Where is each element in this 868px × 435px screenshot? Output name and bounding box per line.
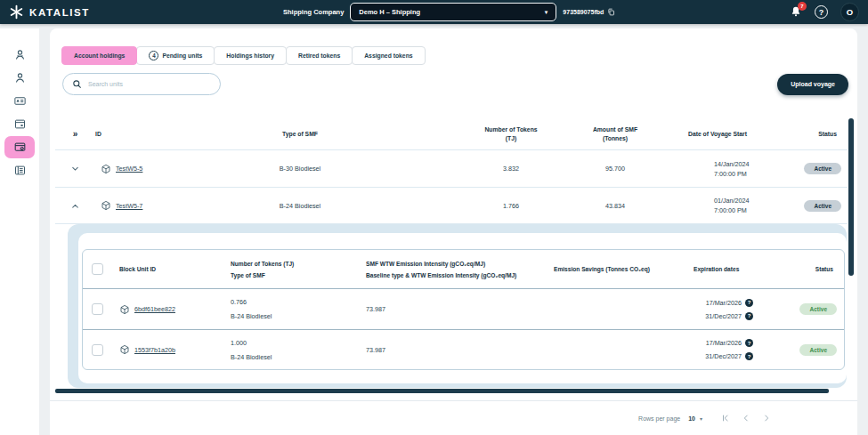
sidebar-item-reports[interactable] <box>4 159 35 181</box>
top-bar: KATALIST Shipping Company Demo H – Shipp… <box>0 0 868 24</box>
subcol-emission-intensity: SMF WTW Emission Intensity (gCO₂eq/MJ) B… <box>357 260 544 279</box>
date-cell: 01/Jan/2024 7:00:00 PM <box>668 197 767 214</box>
col-header-tokens: Number of Tokens (TJ) <box>459 125 563 142</box>
info-icon[interactable]: ? <box>745 352 753 360</box>
copy-icon[interactable] <box>607 8 615 16</box>
expand-row-button[interactable] <box>55 164 95 173</box>
rows-per-page-label: Rows per page <box>638 415 680 422</box>
top-bar-actions: 7 ? O <box>790 3 859 21</box>
intensity-cell: 73.987 <box>357 346 544 354</box>
info-icon[interactable]: ? <box>745 312 753 320</box>
wallet-address: 973589075fbd <box>563 8 615 16</box>
expand-all-icon[interactable]: » <box>55 129 95 139</box>
status-badge: Active <box>804 200 841 212</box>
voyage-id-link[interactable]: TestW5-7 <box>116 202 142 210</box>
chevron-down-icon: ▾ <box>545 9 548 16</box>
status-badge: Active <box>799 303 837 315</box>
col-header-date: Date of Voyage Start <box>668 130 767 138</box>
col-header-status: Status <box>767 130 848 138</box>
help-button[interactable]: ? <box>815 5 828 19</box>
subcol-emission-savings: Emission Savings (Tonnes CO₂eq) <box>544 265 660 273</box>
cube-icon <box>101 164 111 174</box>
subcol-expiration-dates: Expiration dates <box>660 265 767 273</box>
subcol-block-unit-id: Block Unit ID <box>112 265 223 273</box>
rows-per-page-select[interactable]: 10 ▾ <box>688 415 702 422</box>
subcol-status: Status <box>767 265 844 273</box>
avatar-letter: O <box>847 7 853 17</box>
search-input[interactable] <box>88 81 211 87</box>
next-page-button[interactable] <box>762 414 771 423</box>
expiration-cell: 17/Mar/2026? 31/Dec/2027? <box>660 339 767 360</box>
tokens-type-cell: 0.766 B-24 Biodiesel <box>223 298 357 320</box>
date-cell: 14/Jan/2024 7:00:00 PM <box>668 160 767 178</box>
type-cell: B-24 Biodiesel <box>233 202 367 210</box>
notification-badge: 7 <box>798 2 807 11</box>
subtable-header-row: Block Unit ID Number of Tokens (TJ) Type… <box>83 250 844 289</box>
main-panel: Account holdings 4 Pending units Holding… <box>50 28 857 435</box>
collapse-row-button[interactable] <box>55 201 95 211</box>
cube-icon <box>119 304 130 315</box>
select-all-checkbox[interactable] <box>92 263 103 275</box>
pagination-nav <box>721 414 771 423</box>
vertical-scrollbar[interactable] <box>848 118 854 276</box>
sidebar-item-credentials[interactable] <box>4 90 35 112</box>
notifications-button[interactable]: 7 <box>790 5 802 19</box>
block-unit-row: 6bdf61bee822 0.766 B-24 Biodiesel 73.987… <box>83 289 844 329</box>
sidebar-item-agents[interactable] <box>4 44 35 66</box>
table-footer: Rows per page 10 ▾ <box>50 400 857 435</box>
block-unit-id-link[interactable]: 1553f7b1a20b <box>134 346 175 354</box>
table-row: TestW5-5 B-30 Biodiesel 3.832 95.700 14/… <box>55 149 848 187</box>
holdings-table: » ID Type of SMF Number of Tokens (TJ) A… <box>55 118 848 388</box>
previous-page-button[interactable] <box>742 414 750 423</box>
tab-label: Assigned tokens <box>364 52 412 59</box>
tab-assigned-tokens[interactable]: Assigned tokens <box>352 46 425 65</box>
table-row: TestW5-7 B-24 Biodiesel 1.766 43.834 01/… <box>55 187 848 224</box>
status-cell: Active <box>767 200 848 212</box>
block-units-panel: Block Unit ID Number of Tokens (TJ) Type… <box>78 233 847 383</box>
block-unit-id-cell: 6bdf61bee822 <box>112 304 223 315</box>
info-icon[interactable]: ? <box>745 299 753 307</box>
organization-select[interactable]: Demo H – Shipping ▾ <box>350 3 556 21</box>
cube-icon <box>101 200 111 211</box>
upload-voyage-button[interactable]: Upload voyage <box>777 74 848 95</box>
search-box[interactable] <box>62 73 221 95</box>
first-page-button[interactable] <box>721 414 730 423</box>
sidebar <box>0 28 39 435</box>
organization-selected-value: Demo H – Shipping <box>359 8 420 16</box>
tokens-cell: 1.766 <box>459 202 563 210</box>
status-cell: Active <box>767 303 844 315</box>
row-checkbox[interactable] <box>92 344 103 356</box>
voyage-id-cell: TestW5-5 <box>95 164 233 174</box>
status-cell: Active <box>767 163 848 174</box>
tab-label: Account holdings <box>74 52 125 59</box>
cube-icon <box>119 344 130 355</box>
row-checkbox[interactable] <box>92 303 103 315</box>
brand[interactable]: KATALIST <box>9 4 283 20</box>
voyage-id-link[interactable]: TestW5-5 <box>116 165 142 173</box>
chevron-down-icon <box>70 164 80 173</box>
sidebar-item-holdings[interactable] <box>4 136 35 158</box>
expiration-cell: 17/Mar/2026? 31/Dec/2027? <box>660 299 767 320</box>
tab-pending-units[interactable]: 4 Pending units <box>136 46 215 65</box>
tab-account-holdings[interactable]: Account holdings <box>61 46 137 65</box>
tab-retired-tokens[interactable]: Retired tokens <box>286 46 353 65</box>
info-icon[interactable]: ? <box>745 339 753 347</box>
tab-holdings-history[interactable]: Holdings history <box>214 46 287 65</box>
amount-cell: 95.700 <box>563 165 668 173</box>
block-unit-row: 1553f7b1a20b 1.000 B-24 Biodiesel 73.987… <box>83 329 844 369</box>
block-unit-id-link[interactable]: 6bdf61bee822 <box>134 305 175 313</box>
sidebar-item-users[interactable] <box>4 67 35 89</box>
help-icon: ? <box>819 8 824 17</box>
brand-name: KATALIST <box>29 7 90 18</box>
horizontal-scrollbar[interactable] <box>55 389 829 393</box>
intensity-cell: 73.987 <box>357 305 544 313</box>
status-badge: Active <box>799 344 837 356</box>
block-unit-id-cell: 1553f7b1a20b <box>112 344 223 355</box>
user-avatar[interactable]: O <box>840 3 859 21</box>
wallet-id-text: 973589075fbd <box>563 9 604 15</box>
voyage-id-cell: TestW5-7 <box>95 200 233 211</box>
sidebar-item-registry[interactable] <box>4 113 35 135</box>
expanded-row-panel: Block Unit ID Number of Tokens (TJ) Type… <box>68 224 847 388</box>
table-header-row: » ID Type of SMF Number of Tokens (TJ) A… <box>55 118 848 149</box>
list-icon <box>13 164 27 177</box>
